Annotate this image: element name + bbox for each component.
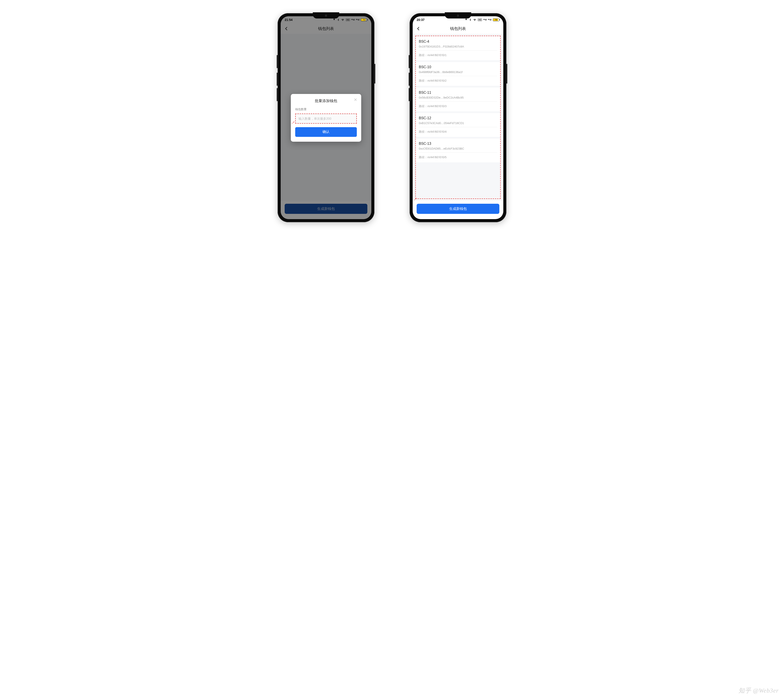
status-time: 21:54	[285, 18, 293, 21]
wallet-count-input[interactable]	[296, 114, 356, 123]
wallet-name: BSC-10	[419, 65, 497, 69]
notch	[313, 12, 339, 18]
signal2-icon: ⁴ᴳıll	[356, 19, 359, 21]
hd-icon: HD	[478, 18, 482, 21]
wallet-address: 0x1975E4181D3…F028d02407c8A	[419, 45, 497, 48]
wallet-address: 0x498f6fdF3a36…6b8eB69136a1f	[419, 71, 497, 74]
wallet-card[interactable]: BSC-130xcCfD01DAD85…eEcfcF3c923BC路径：m/44…	[416, 138, 500, 162]
modal-title: 批量添加钱包	[295, 98, 357, 104]
close-icon	[353, 97, 358, 102]
wifi-icon	[341, 18, 344, 21]
signal1-icon: ⁴ᴳıll	[351, 19, 355, 21]
wallet-list: BSC-40x1975E4181D3…F028d02407c8A路径：m/44'…	[413, 34, 503, 162]
phone-frame-left: 21:54 HD ⁴ᴳıll ⁴ᴳıll	[278, 13, 374, 222]
signal2-icon: ⁴ᴳıll	[488, 19, 491, 21]
watermark: 知乎 @Web3er	[738, 686, 779, 695]
wallet-path: 路径：m/44'/60'/0'/0/2	[416, 76, 500, 86]
wallet-name: BSC-12	[419, 116, 497, 120]
wallet-name: BSC-11	[419, 91, 497, 95]
bulk-add-modal: 批量添加钱包 钱包数量 确认	[291, 94, 361, 142]
wallet-address: 0xcCfD01DAD85…eEcfcF3c923BC	[419, 147, 497, 150]
battery-label: 78	[495, 19, 497, 21]
wifi-icon	[473, 18, 476, 21]
annotation-arrow-icon	[413, 196, 418, 201]
battery-label: 71	[363, 19, 365, 21]
wallet-address: 0xB1C57e3CAd0…054eFd718CD1	[419, 122, 497, 125]
wallet-list-area[interactable]: BSC-40x1975E4181D3…F028d02407c8A路径：m/44'…	[413, 34, 503, 201]
status-icons: HD ⁴ᴳıll ⁴ᴳıll 71	[333, 18, 367, 21]
status-icons: HD ⁴ᴳıll ⁴ᴳıll 78	[464, 18, 499, 21]
notch	[445, 12, 471, 18]
modal-overlay[interactable]: 批量添加钱包 钱包数量 确认	[281, 16, 371, 219]
bluetooth-icon	[337, 18, 340, 21]
bluetooth-icon	[469, 18, 472, 21]
wallet-card[interactable]: BSC-100x498f6fdF3a36…6b8eB69136a1f路径：m/4…	[416, 62, 500, 86]
signal1-icon: ⁴ᴳıll	[483, 19, 487, 21]
back-button[interactable]	[416, 26, 421, 31]
modal-field-label: 钱包数量	[295, 107, 357, 111]
phone-frame-right: 20:37 HD ⁴ᴳıll ⁴ᴳıll	[410, 13, 506, 222]
input-highlight-box	[295, 114, 357, 124]
wallet-path: 路径：m/44'/60'/0'/0/4	[416, 127, 500, 137]
wallet-card[interactable]: BSC-40x1975E4181D3…F028d02407c8A路径：m/44'…	[416, 36, 500, 60]
create-wallet-label: 生成新钱包	[449, 207, 467, 211]
mute-icon	[333, 18, 336, 21]
mute-icon	[464, 18, 468, 21]
app-header: 钱包列表	[413, 23, 503, 34]
modal-confirm-label: 确认	[323, 130, 329, 133]
hd-icon: HD	[346, 18, 350, 21]
wallet-address: 0x56cB30D32De…9eDC2cA4Bc95	[419, 96, 497, 99]
status-time: 20:37	[417, 18, 425, 21]
wallet-path: 路径：m/44'/60'/0'/0/1	[416, 51, 500, 60]
annotation-arrow-icon	[291, 120, 296, 125]
wallet-card[interactable]: BSC-110x56cB30D32De…9eDC2cA4Bc95路径：m/44'…	[416, 87, 500, 111]
modal-close-button[interactable]	[353, 97, 358, 102]
create-wallet-button[interactable]: 生成新钱包	[417, 204, 499, 214]
modal-confirm-button[interactable]: 确认	[295, 127, 357, 137]
page-title: 钱包列表	[450, 26, 466, 31]
chevron-left-icon	[416, 26, 421, 31]
screen-left: 21:54 HD ⁴ᴳıll ⁴ᴳıll	[281, 16, 371, 219]
wallet-name: BSC-13	[419, 142, 497, 146]
wallet-path: 路径：m/44'/60'/0'/0/3	[416, 102, 500, 111]
bottom-bar: 生成新钱包	[413, 201, 503, 219]
wallet-card[interactable]: BSC-120xB1C57e3CAd0…054eFd718CD1路径：m/44'…	[416, 113, 500, 137]
wallet-path: 路径：m/44'/60'/0'/0/5	[416, 153, 500, 162]
battery-icon: 71	[361, 18, 367, 21]
battery-icon: 78	[493, 18, 499, 21]
wallet-name: BSC-4	[419, 40, 497, 44]
screen-right: 20:37 HD ⁴ᴳıll ⁴ᴳıll	[413, 16, 503, 219]
